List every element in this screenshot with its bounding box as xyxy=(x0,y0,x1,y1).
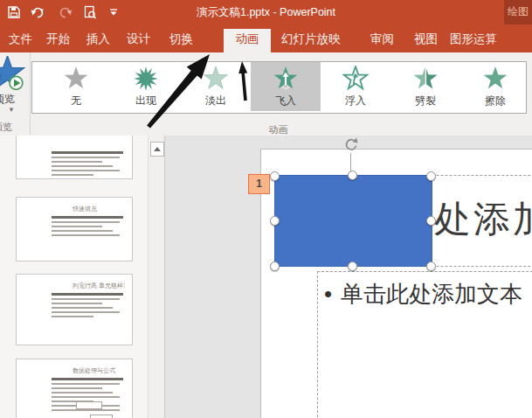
resize-handle-middle-right[interactable] xyxy=(426,216,436,226)
contextual-group-label: 绘图 xyxy=(508,4,529,19)
resize-handle-bottom-right[interactable] xyxy=(426,261,436,271)
thumbnail-scrollbar[interactable] xyxy=(148,136,165,418)
rotation-handle-icon[interactable] xyxy=(343,136,359,156)
thumbnail-text-lines xyxy=(17,293,132,317)
content-placeholder[interactable]: •单击此处添加文本 xyxy=(317,271,532,418)
ribbon-animations: 预览 ▼ 预览 无 出现 淡出 xyxy=(0,52,532,136)
animation-order-badge[interactable]: 1 xyxy=(248,174,270,194)
resize-handle-top-middle[interactable] xyxy=(348,171,357,180)
thumbnail-callout-box xyxy=(90,415,113,418)
slide-thumbnail-2[interactable]: 快速填充 xyxy=(16,197,133,261)
tab-animations[interactable]: 动画 xyxy=(224,29,271,52)
thumbnail-title: 列宽行高 单元格样式 xyxy=(73,282,125,290)
document-title: 演示文稿1.pptx - PowerPoint xyxy=(0,0,532,24)
animation-label: 浮入 xyxy=(321,94,390,108)
slide-thumbnail-4[interactable]: 数据处理与公式 xyxy=(16,359,133,418)
slide-thumbnail-1[interactable] xyxy=(16,136,133,179)
preview-star-icon[interactable] xyxy=(0,56,30,96)
blue-rectangle-shape[interactable] xyxy=(274,175,432,267)
animation-fly-in[interactable]: 飞入 xyxy=(251,62,321,111)
resize-handle-top-left[interactable] xyxy=(270,171,280,181)
animation-gallery: 无 出现 淡出 飞入 xyxy=(31,61,527,114)
resize-handle-bottom-middle[interactable] xyxy=(348,261,357,271)
tab-transitions[interactable]: 切换 xyxy=(169,29,193,52)
animation-fade[interactable]: 淡出 xyxy=(181,62,251,111)
animation-label: 出现 xyxy=(111,94,181,108)
bullet-glyph: • xyxy=(324,281,332,307)
tab-file[interactable]: 文件 xyxy=(9,29,32,52)
thumbnail-text-lines xyxy=(17,378,132,411)
body-placeholder-text: 单击此处添加文本 xyxy=(341,281,522,307)
tab-review[interactable]: 审阅 xyxy=(370,29,394,52)
tab-shape-operations[interactable]: 图形运算 xyxy=(450,29,497,52)
tab-view[interactable]: 视图 xyxy=(414,29,438,52)
tab-slideshow[interactable]: 幻灯片放映 xyxy=(281,29,341,52)
thumbnail-text-lines xyxy=(17,216,132,236)
tab-insert[interactable]: 插入 xyxy=(86,29,110,52)
ribbon-tab-bar: 文件 开始 插入 设计 切换 动画 幻灯片放映 审阅 视图 图形运算 xyxy=(0,24,532,52)
animation-label: 擦除 xyxy=(460,94,530,108)
title-bar: 演示文稿1.pptx - PowerPoint xyxy=(0,0,532,24)
slide-thumbnail-panel: 快速填充 列宽行高 单元格样式 数据处理与公式 xyxy=(0,136,148,418)
animation-label: 淡出 xyxy=(181,94,251,108)
animation-label: 劈裂 xyxy=(390,94,460,108)
resize-handle-top-right[interactable] xyxy=(426,171,436,181)
tab-home[interactable]: 开始 xyxy=(46,29,70,52)
preview-dropdown-caret-icon[interactable]: ▼ xyxy=(8,106,15,114)
thumbnail-title: 快速填充 xyxy=(73,205,125,213)
thumbnail-text-lines xyxy=(17,136,132,179)
thumbnail-title: 数据处理与公式 xyxy=(73,366,125,375)
animation-label: 无 xyxy=(41,94,111,108)
tab-design[interactable]: 设计 xyxy=(127,29,150,52)
preview-group: 预览 ▼ 预览 xyxy=(0,52,31,135)
powerpoint-window: 演示文稿1.pptx - PowerPoint 绘图 格 文件 开始 插入 设计… xyxy=(0,0,532,418)
animation-wipe[interactable]: 擦除 xyxy=(460,62,530,111)
animation-label: 飞入 xyxy=(251,94,321,108)
animation-split[interactable]: 劈裂 xyxy=(390,62,460,111)
preview-group-label: 预览 xyxy=(0,121,12,134)
animation-appear[interactable]: 出现 xyxy=(111,62,181,111)
animation-none[interactable]: 无 xyxy=(41,62,111,111)
preview-button[interactable]: 预览 xyxy=(0,92,15,107)
animation-group-label: 动画 xyxy=(31,123,525,136)
resize-handle-bottom-left[interactable] xyxy=(270,261,280,271)
scroll-up-icon[interactable] xyxy=(150,142,164,157)
slide-canvas[interactable]: 单击此处添加标题 •单击此处添加文本 xyxy=(260,149,532,418)
resize-handle-middle-left[interactable] xyxy=(270,216,280,226)
animation-float-in[interactable]: 浮入 xyxy=(321,62,390,111)
slide-thumbnail-3[interactable]: 列宽行高 单元格样式 xyxy=(16,274,133,345)
thumbnail-callout-box xyxy=(76,401,102,409)
